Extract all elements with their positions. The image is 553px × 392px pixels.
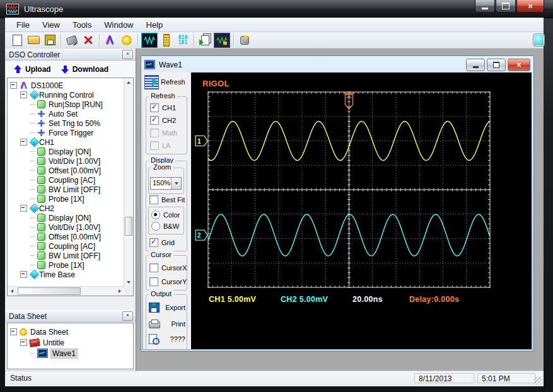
dso-tree-item[interactable]: Volt/Div [1.00V] <box>8 156 133 166</box>
download-button[interactable]: Download <box>61 65 108 74</box>
connection-led-indicator[interactable] <box>533 33 545 47</box>
open-file-icon[interactable] <box>26 33 41 47</box>
scroll-down-icon[interactable] <box>124 278 133 287</box>
menu-tools[interactable]: Tools <box>66 18 98 32</box>
scope-display-icon[interactable] <box>141 33 158 48</box>
collapse-expander-icon[interactable] <box>20 91 27 98</box>
scroll-up-icon[interactable] <box>124 78 133 87</box>
data-sheet-tree-item[interactable]: Untitle <box>8 337 133 348</box>
connect-icon[interactable] <box>64 33 79 47</box>
copy-pages-icon[interactable] <box>197 33 212 47</box>
vertical-scroll-thumb[interactable] <box>125 217 132 236</box>
zoom-dropdown-button[interactable] <box>171 178 181 189</box>
checkbox-icon[interactable] <box>149 277 158 286</box>
new-document-icon[interactable] <box>9 33 25 47</box>
wave1-minimize-button[interactable] <box>466 59 485 71</box>
dso-tree-item[interactable]: Time Base <box>8 270 133 279</box>
binary-data-icon[interactable]: 010101 <box>175 33 190 47</box>
dso-panel-close-icon[interactable]: × <box>122 50 133 59</box>
dso-tree-item[interactable]: Force Trigger <box>8 128 133 137</box>
dso-tree-item[interactable]: Coupling [AC] <box>8 241 133 251</box>
radio-icon[interactable] <box>151 210 160 219</box>
close-button[interactable]: × <box>516 0 544 13</box>
collapse-expander-icon[interactable] <box>20 205 27 212</box>
menu-view[interactable]: View <box>36 18 66 32</box>
minimize-button[interactable] <box>475 0 495 13</box>
dso-tree-item[interactable]: BW Limit [OFF] <box>8 251 133 260</box>
dso-tree-item[interactable]: Probe [1X] <box>8 260 133 270</box>
upload-button[interactable]: Upload <box>14 65 51 74</box>
print-button[interactable]: Print <box>149 319 185 328</box>
refresh-channel-ch2[interactable]: CH2 <box>150 116 176 125</box>
menu-file[interactable]: File <box>10 18 36 32</box>
checkbox-icon[interactable] <box>149 263 158 272</box>
zoom-combobox[interactable]: 150% <box>150 177 182 190</box>
dso-tree-item[interactable]: Running Control <box>8 90 133 100</box>
print-preview-button[interactable]: ???? <box>149 334 185 344</box>
wave1-restore-button[interactable] <box>487 59 506 71</box>
dso-tree-horizontal-scrollbar[interactable] <box>8 286 124 296</box>
dso-tree-vertical-scrollbar[interactable] <box>124 78 133 287</box>
data-sheet-tree-item[interactable]: Data Sheet <box>8 326 133 337</box>
dso-tree-item[interactable]: BW Limit [OFF] <box>8 185 133 194</box>
collapse-expander-icon[interactable] <box>10 82 17 89</box>
save-waveform-icon[interactable] <box>214 33 230 48</box>
dso-tree-item[interactable]: Set Trig to 50% <box>8 118 133 128</box>
dso-tree-label: Offset [0.00mV] <box>49 233 101 241</box>
ch1-marker[interactable]: 1 <box>195 136 207 146</box>
checkbox-icon[interactable] <box>149 195 158 204</box>
color-radio[interactable]: Color <box>151 210 180 219</box>
dso-tree-item[interactable]: Offset [0.00mV] <box>8 166 133 175</box>
settings-icon[interactable] <box>119 33 134 47</box>
export-button[interactable]: Export <box>149 303 185 313</box>
dso-tree-item[interactable]: Offset [0.00mV] <box>8 232 133 241</box>
data-sheet-tree-item[interactable]: Wave1 <box>8 348 133 359</box>
disconnect-icon[interactable] <box>81 33 96 47</box>
refresh-channel-ch1[interactable]: CH1 <box>150 103 176 112</box>
green-icon <box>37 242 45 250</box>
collapse-expander-icon[interactable] <box>20 271 27 278</box>
wave1-close-button[interactable]: × <box>508 59 530 71</box>
dso-tree-item[interactable]: DS1000E <box>8 81 133 90</box>
data-sheet-panel-close-icon[interactable]: × <box>122 311 133 321</box>
measure-ruler-icon[interactable] <box>159 33 174 47</box>
save-file-icon[interactable] <box>42 33 57 47</box>
title-bar: Ultrascope × <box>0 0 553 18</box>
refresh-label: Refresh <box>161 78 185 86</box>
maximize-button[interactable] <box>496 0 516 13</box>
dso-tree-item[interactable]: Display [ON] <box>8 213 133 222</box>
dso-tree-item[interactable]: CH2 <box>8 204 133 213</box>
checkbox-icon[interactable] <box>149 238 158 247</box>
collapse-expander-icon[interactable] <box>20 139 27 146</box>
best-fit-checkbox[interactable]: Best Fit <box>149 195 185 204</box>
dso-tree-item[interactable]: Display [ON] <box>8 147 133 156</box>
checkbox-icon[interactable] <box>150 116 159 125</box>
flash-icon[interactable] <box>237 33 252 47</box>
collapse-expander-icon[interactable] <box>20 339 27 346</box>
horizontal-scroll-thumb[interactable] <box>18 287 81 295</box>
dso-tree-item[interactable]: Coupling [AC] <box>8 175 133 185</box>
menu-help[interactable]: Help <box>140 18 170 32</box>
scroll-left-icon[interactable] <box>8 287 16 296</box>
grid-checkbox[interactable]: Grid <box>149 238 175 247</box>
checkbox-icon[interactable] <box>150 103 159 112</box>
dso-tree-item[interactable]: Run|Stop [RUN] <box>8 100 133 109</box>
dso-tree-item[interactable]: CH1 <box>8 137 133 147</box>
status-time: 5:01 PM <box>477 373 535 383</box>
cursorx-checkbox[interactable]: CursorX <box>149 263 187 272</box>
refresh-button[interactable]: Refresh <box>144 74 190 90</box>
dso-tree-item[interactable]: Probe [1X] <box>8 194 133 204</box>
tools-icon[interactable] <box>103 33 118 47</box>
resize-grip[interactable] <box>534 377 542 385</box>
ch2-marker[interactable]: 2 <box>195 230 207 240</box>
collapse-expander-icon[interactable] <box>10 328 17 335</box>
cursory-checkbox[interactable]: CursorY <box>149 277 187 286</box>
menu-window[interactable]: Window <box>98 18 139 32</box>
tree-connector <box>30 132 35 133</box>
radio-icon[interactable] <box>151 222 160 231</box>
chevron-down-icon <box>175 182 178 185</box>
bw-radio[interactable]: B&W <box>151 222 179 231</box>
dso-tree-item[interactable]: Volt/Div [1.00V] <box>8 222 133 232</box>
dso-tree-item[interactable]: Auto Set <box>8 109 133 118</box>
scroll-right-icon[interactable] <box>115 287 124 296</box>
